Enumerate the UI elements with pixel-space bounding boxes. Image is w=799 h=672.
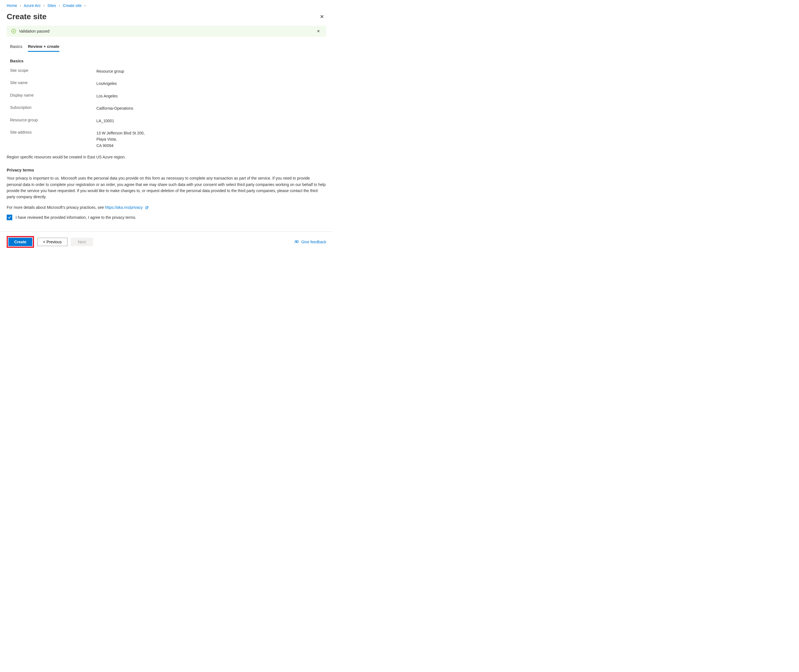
site-address-label: Site address [10, 130, 96, 149]
field-display-name: Display name Los Angeles [10, 93, 326, 99]
display-name-value: Los Angeles [96, 93, 117, 99]
field-site-name: Site name LosAngeles [10, 80, 326, 86]
privacy-link-row: For more details about Microsoft's priva… [7, 205, 326, 210]
next-button: Next [71, 238, 93, 246]
validation-close-icon[interactable]: ✕ [315, 29, 322, 34]
field-site-address: Site address 13 W Jefferson Blvd St 200,… [10, 130, 326, 149]
display-name-label: Display name [10, 93, 96, 99]
region-note: Region specific resources would be creat… [7, 155, 326, 159]
field-subscription: Subscription California-Operations [10, 105, 326, 111]
create-button-highlight: Create [7, 236, 34, 248]
breadcrumb-azure-arc[interactable]: Azure Arc [24, 3, 41, 8]
section-title-basics: Basics [10, 58, 326, 63]
tabs: Basics Review + create [0, 41, 333, 52]
previous-button[interactable]: < Previous [37, 238, 68, 246]
external-link-icon [145, 206, 149, 210]
breadcrumb: Home › Azure Arc › Sites › Create site › [0, 0, 333, 10]
page-title: Create site [7, 12, 47, 21]
field-site-scope: Site scope Resource group [10, 68, 326, 74]
svg-point-1 [295, 240, 297, 242]
privacy-link-prefix: For more details about Microsoft's priva… [7, 205, 105, 210]
privacy-link[interactable]: https://aka.ms/privacy [105, 205, 143, 210]
site-scope-value: Resource group [96, 68, 124, 74]
give-feedback-label: Give feedback [302, 240, 327, 244]
tab-review-create[interactable]: Review + create [28, 44, 59, 52]
breadcrumb-create-site[interactable]: Create site [63, 3, 82, 8]
footer: Create < Previous Next Give feedback [0, 231, 333, 252]
svg-point-0 [11, 29, 16, 33]
chevron-right-icon: › [84, 3, 85, 8]
breadcrumb-home[interactable]: Home [7, 3, 17, 8]
privacy-checkbox[interactable] [7, 214, 12, 220]
chevron-right-icon: › [20, 3, 21, 8]
close-icon[interactable]: ✕ [318, 13, 326, 21]
breadcrumb-sites[interactable]: Sites [47, 3, 56, 8]
validation-banner: Validation passed ✕ [7, 26, 326, 37]
site-name-value: LosAngeles [96, 80, 117, 86]
feedback-icon [294, 239, 299, 245]
give-feedback-link[interactable]: Give feedback [294, 239, 327, 245]
privacy-terms-title: Privacy terms [7, 168, 326, 172]
validation-message: Validation passed [19, 29, 49, 34]
resource-group-label: Resource group [10, 118, 96, 124]
chevron-right-icon: › [59, 3, 60, 8]
subscription-label: Subscription [10, 105, 96, 111]
site-name-label: Site name [10, 80, 96, 86]
privacy-terms-body: Your privacy is important to us. Microso… [7, 175, 326, 200]
tab-basics[interactable]: Basics [10, 44, 22, 52]
resource-group-value: LA_10001 [96, 118, 114, 124]
privacy-checkbox-row: I have reviewed the provided information… [7, 214, 326, 220]
site-address-value: 13 W Jefferson Blvd St 200, Playa Vista,… [96, 130, 144, 149]
field-resource-group: Resource group LA_10001 [10, 118, 326, 124]
check-circle-icon [11, 29, 16, 34]
chevron-right-icon: › [43, 3, 45, 8]
privacy-checkbox-label: I have reviewed the provided information… [16, 215, 136, 220]
site-scope-label: Site scope [10, 68, 96, 74]
subscription-value: California-Operations [96, 105, 133, 111]
create-button[interactable]: Create [8, 238, 32, 246]
